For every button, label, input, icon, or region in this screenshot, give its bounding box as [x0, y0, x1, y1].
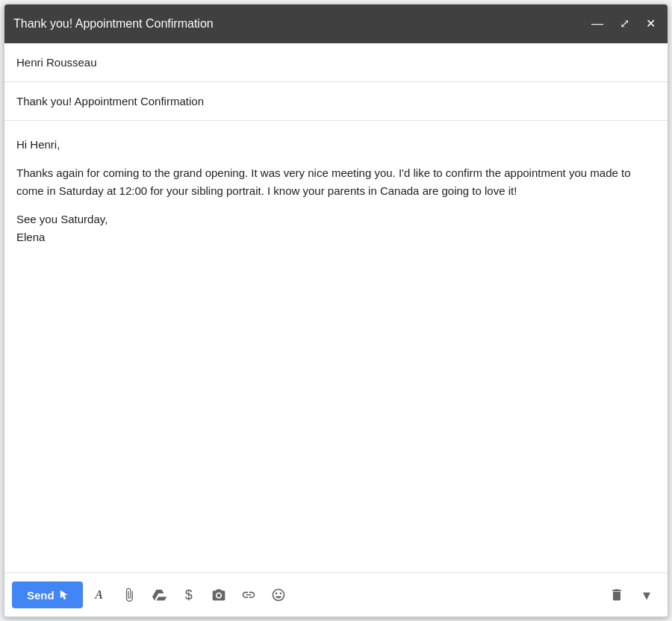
chevron-down-icon: ▾ [643, 586, 650, 604]
maximize-button[interactable]: ⤢ [617, 16, 632, 31]
drive-button[interactable] [146, 581, 172, 608]
photo-button[interactable] [205, 581, 232, 608]
dollar-icon: $ [185, 587, 193, 603]
to-input[interactable] [16, 56, 656, 69]
delete-button[interactable] [603, 581, 630, 608]
emoji-icon [271, 587, 286, 602]
emoji-button[interactable] [265, 581, 292, 608]
send-label: Send [27, 589, 55, 602]
signature-text: Elena [16, 231, 45, 243]
minimize-button[interactable]: — [588, 16, 606, 31]
send-button[interactable]: Send [12, 581, 83, 608]
closing-text: See you Saturday, [16, 213, 108, 225]
camera-icon [211, 587, 226, 602]
window-title: Thank you! Appointment Confirmation [13, 17, 214, 31]
compose-window: Thank you! Appointment Confirmation — ⤢ … [4, 4, 668, 617]
compose-toolbar: Send A $ [4, 573, 668, 617]
greeting: Hi Henri, [16, 136, 656, 154]
trash-icon [609, 587, 624, 602]
subject-input[interactable] [16, 95, 656, 107]
title-bar: Thank you! Appointment Confirmation — ⤢ … [4, 4, 668, 43]
subject-field-row [4, 82, 668, 121]
more-options-button[interactable]: ▾ [633, 581, 660, 608]
window-controls: — ⤢ ✕ [588, 16, 659, 31]
closing-line: See you Saturday, Elena [16, 210, 656, 246]
font-icon: A [95, 588, 103, 602]
body-paragraph: Thanks again for coming to the grand ope… [16, 164, 656, 200]
cursor-icon [59, 590, 68, 600]
dollar-button[interactable]: $ [175, 581, 202, 608]
link-button[interactable] [235, 581, 262, 608]
attach-button[interactable] [116, 581, 143, 608]
font-format-button[interactable]: A [86, 581, 113, 608]
drive-icon [152, 587, 167, 602]
paperclip-icon [122, 587, 137, 602]
close-button[interactable]: ✕ [643, 16, 659, 31]
email-body[interactable]: Hi Henri, Thanks again for coming to the… [4, 121, 668, 573]
to-field-row [4, 43, 668, 82]
link-icon [241, 587, 256, 602]
